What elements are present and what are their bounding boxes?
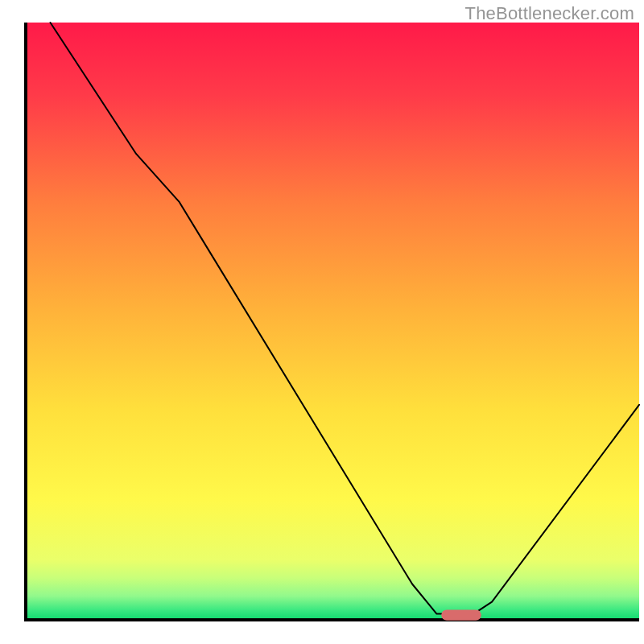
chart-svg xyxy=(0,0,644,644)
optimal-range-marker xyxy=(441,609,481,620)
plot-background xyxy=(26,23,639,620)
bottleneck-chart: TheBottlenecker.com xyxy=(0,0,644,644)
